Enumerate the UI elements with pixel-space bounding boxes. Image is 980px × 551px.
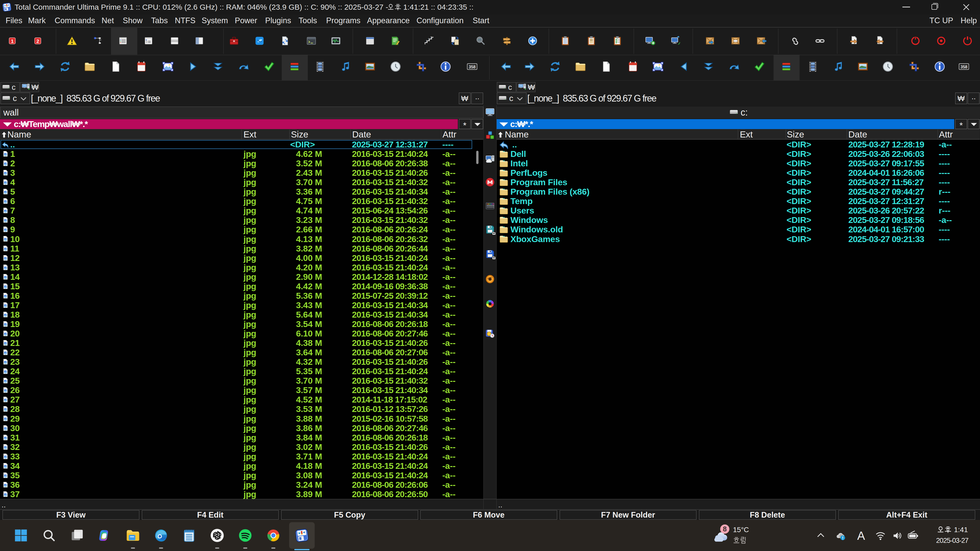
svg-text:358: 358 xyxy=(960,65,967,69)
svg-text:1: 1 xyxy=(426,40,428,43)
svg-text:2: 2 xyxy=(37,38,39,44)
svg-text:3: 3 xyxy=(430,36,432,39)
svg-text:358: 358 xyxy=(469,65,476,69)
svg-text:1: 1 xyxy=(11,38,14,44)
svg-text:2: 2 xyxy=(428,38,430,41)
